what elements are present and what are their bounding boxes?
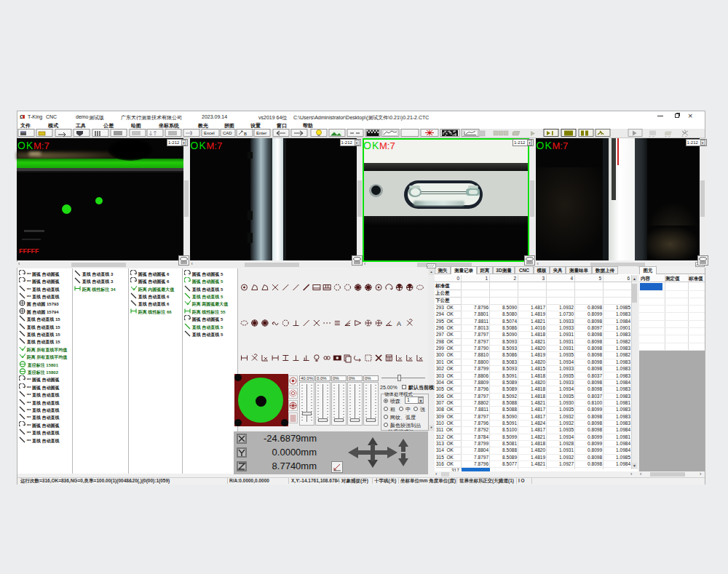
svg-text:A: A: [397, 320, 401, 327]
svg-text:CAD: CAD: [223, 131, 232, 135]
svg-text:B: B: [244, 132, 247, 136]
svg-text:Excel: Excel: [204, 131, 215, 135]
svg-text:Enter: Enter: [256, 131, 266, 135]
